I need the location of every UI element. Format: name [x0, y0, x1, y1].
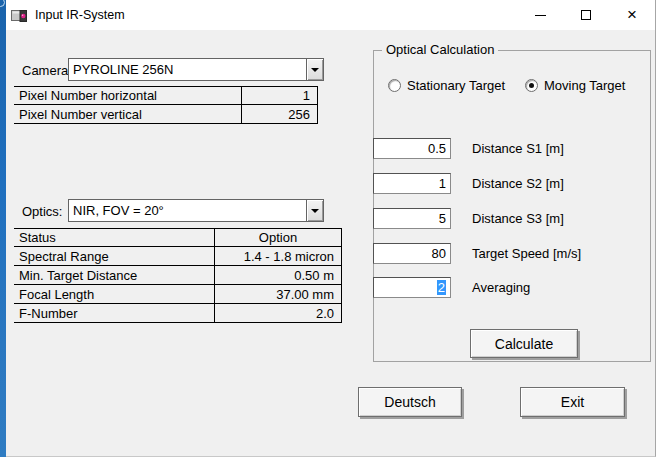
- chevron-down-icon: [311, 68, 319, 72]
- camera-combobox-dropdown-button[interactable]: [306, 59, 323, 80]
- option-header: Option: [215, 229, 342, 246]
- table-row: Min. Target Distance 0.50 m: [14, 266, 342, 285]
- distance-s2-value: 1: [439, 176, 446, 191]
- optics-label: Optics:: [22, 204, 62, 219]
- deutsch-button[interactable]: Deutsch: [358, 387, 462, 417]
- exit-button[interactable]: Exit: [520, 387, 625, 417]
- pixel-table: Pixel Number horizontal 1 Pixel Number v…: [14, 86, 318, 124]
- camera-app-icon: [11, 8, 28, 23]
- optics-combobox-value: NIR, FOV = 20°: [69, 200, 306, 221]
- chevron-down-icon: [311, 209, 319, 213]
- radio-icon: [388, 79, 401, 92]
- averaging-input[interactable]: 2: [373, 277, 451, 298]
- f-number-value: 2.0: [215, 304, 342, 322]
- table-row: Pixel Number horizontal 1: [14, 86, 318, 105]
- group-title: Optical Calculation: [382, 42, 498, 57]
- maximize-icon: [581, 10, 591, 20]
- optical-calculation-group: Optical Calculation Stationary Target Mo…: [373, 50, 651, 362]
- close-button[interactable]: ×: [609, 0, 655, 30]
- distance-s3-input[interactable]: 5: [373, 208, 451, 229]
- optics-combobox[interactable]: NIR, FOV = 20°: [68, 199, 324, 222]
- exit-button-label: Exit: [561, 394, 584, 410]
- pixel-vertical-value: 256: [242, 105, 318, 123]
- radio-moving-target[interactable]: Moving Target: [525, 78, 625, 93]
- camera-label: Camera:: [22, 63, 72, 78]
- averaging-label: Averaging: [472, 280, 530, 295]
- target-speed-label: Target Speed [m/s]: [472, 246, 581, 261]
- background-window-icon: [0, 0, 5, 7]
- camera-combobox-value: PYROLINE 256N: [69, 59, 306, 80]
- table-row: Spectral Range 1.4 - 1.8 micron: [14, 247, 342, 266]
- close-icon: ×: [627, 6, 637, 23]
- radio-label: Moving Target: [544, 78, 625, 93]
- focal-length-label: Focal Length: [14, 285, 215, 303]
- focal-length-value: 37.00 mm: [215, 285, 342, 303]
- min-target-distance-label: Min. Target Distance: [14, 266, 215, 284]
- input-ir-system-dialog: Input IR-System × Camera: PYROLINE 256N …: [6, 0, 656, 457]
- calculate-button[interactable]: Calculate: [470, 329, 578, 358]
- table-row: Focal Length 37.00 mm: [14, 285, 342, 304]
- f-number-label: F-Number: [14, 304, 215, 322]
- calculate-button-label: Calculate: [495, 336, 553, 352]
- target-speed-input[interactable]: 80: [373, 243, 451, 264]
- titlebar[interactable]: Input IR-System ×: [6, 0, 655, 30]
- table-row: F-Number 2.0: [14, 304, 342, 323]
- table-row: Pixel Number vertical 256: [14, 105, 318, 124]
- pixel-horizontal-label: Pixel Number horizontal: [14, 87, 242, 104]
- radio-label: Stationary Target: [407, 78, 505, 93]
- target-speed-value: 80: [432, 246, 446, 261]
- distance-s1-label: Distance S1 [m]: [472, 141, 564, 156]
- spectral-range-label: Spectral Range: [14, 247, 215, 265]
- pixel-vertical-label: Pixel Number vertical: [14, 105, 242, 123]
- distance-s3-label: Distance S3 [m]: [472, 211, 564, 226]
- status-header: Status: [14, 229, 215, 246]
- distance-s1-input[interactable]: 0.5: [373, 138, 451, 159]
- table-header-row: Status Option: [14, 228, 342, 247]
- distance-s2-input[interactable]: 1: [373, 173, 451, 194]
- radio-icon-selected: [525, 79, 538, 92]
- deutsch-button-label: Deutsch: [384, 394, 435, 410]
- maximize-button[interactable]: [563, 0, 609, 30]
- pixel-horizontal-value: 1: [242, 87, 318, 104]
- distance-s1-value: 0.5: [428, 141, 446, 156]
- spectral-range-value: 1.4 - 1.8 micron: [215, 247, 342, 265]
- radio-stationary-target[interactable]: Stationary Target: [388, 78, 505, 93]
- averaging-value-selected-text: 2: [437, 280, 446, 295]
- camera-combobox[interactable]: PYROLINE 256N: [68, 58, 324, 81]
- optics-table: Status Option Spectral Range 1.4 - 1.8 m…: [14, 228, 342, 323]
- distance-s2-label: Distance S2 [m]: [472, 176, 564, 191]
- window-title: Input IR-System: [35, 8, 125, 22]
- minimize-icon: [535, 15, 546, 16]
- distance-s3-value: 5: [439, 211, 446, 226]
- optics-combobox-dropdown-button[interactable]: [306, 200, 323, 221]
- minimize-button[interactable]: [517, 0, 563, 30]
- min-target-distance-value: 0.50 m: [215, 266, 342, 284]
